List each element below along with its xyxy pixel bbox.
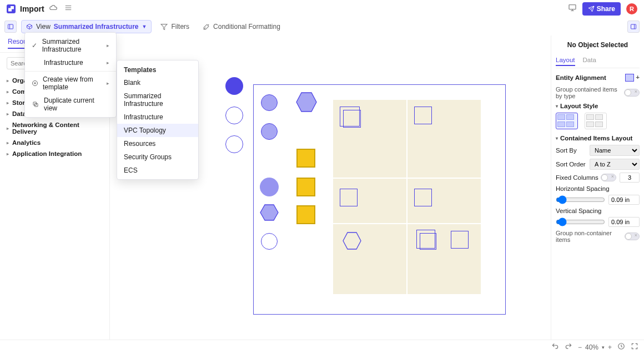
shape-hexagon[interactable] — [342, 231, 362, 251]
templates-submenu: TemplatesBlankSummarized InfrastructureI… — [117, 60, 199, 180]
tree-item[interactable]: ▸Application Integration — [0, 148, 109, 159]
view-menu: ✓Summarized Infrastructure▸Infrastructur… — [24, 32, 117, 118]
zoom-out-icon[interactable]: − — [578, 343, 582, 351]
conditional-formatting-button[interactable]: Conditional Formatting — [198, 21, 285, 33]
shape-square[interactable] — [296, 205, 315, 224]
shape-square[interactable] — [296, 178, 315, 196]
tree-item-label: Networking & Content Delivery — [12, 122, 103, 135]
sort-by-select[interactable]: Name — [590, 145, 640, 156]
view-menu-item[interactable]: Infrastructure▸ — [25, 56, 116, 69]
shape-hexagon[interactable] — [260, 203, 279, 222]
add-icon[interactable]: + — [636, 74, 640, 82]
accessibility-icon[interactable] — [617, 342, 625, 352]
share-button[interactable]: Share — [582, 2, 621, 16]
hspacing-input[interactable] — [608, 195, 640, 205]
zoom-in-icon[interactable]: + — [608, 343, 612, 351]
undo-icon[interactable] — [551, 342, 559, 352]
shape-square[interactable] — [414, 189, 432, 206]
chevron-right-icon: ▸ — [7, 151, 9, 156]
sort-order-select[interactable]: A to Z — [590, 159, 640, 170]
header-left: Import — [7, 3, 568, 14]
group-nc-toggle[interactable]: × — [625, 232, 640, 240]
template-item[interactable]: Blank — [117, 76, 198, 89]
fullscreen-icon[interactable] — [631, 342, 638, 352]
template-item[interactable]: Infrastructure — [117, 110, 198, 124]
layout-style-header[interactable]: ▾Layout Style — [556, 103, 640, 109]
shape-circle[interactable] — [261, 233, 278, 250]
shape-square[interactable] — [340, 189, 358, 206]
shape-circle[interactable] — [260, 178, 279, 196]
svg-point-6 — [208, 24, 209, 25]
menu-item-label: Blank — [124, 79, 140, 87]
template-item[interactable]: Resources — [117, 137, 198, 150]
user-avatar[interactable]: R — [626, 3, 637, 14]
zoom-value[interactable]: 40% — [585, 343, 598, 351]
cloud-sync-icon[interactable] — [49, 3, 58, 14]
chevron-right-icon: ▸ — [7, 89, 9, 94]
tree-item[interactable]: ▸Networking & Content Delivery — [0, 119, 109, 137]
fixed-columns-input[interactable] — [620, 173, 640, 183]
chevron-right-icon: ▸ — [7, 112, 9, 117]
hspacing-slider[interactable] — [556, 195, 605, 204]
template-item[interactable]: ECS — [117, 164, 198, 177]
right-panel-toggle-icon[interactable] — [627, 21, 640, 33]
properties-tabs: Layout Data — [556, 57, 640, 68]
shape-circle[interactable] — [225, 107, 243, 124]
tab-data[interactable]: Data — [583, 57, 596, 66]
conditional-formatting-label: Conditional Formatting — [213, 23, 280, 31]
zoom-controls: − 40% ▾ + — [578, 343, 612, 351]
shape-circle[interactable] — [225, 135, 243, 153]
shape-square[interactable] — [296, 149, 315, 168]
layout-style-options — [556, 113, 640, 129]
presentation-icon[interactable] — [568, 3, 577, 14]
template-item[interactable]: VPC Topology — [117, 124, 198, 137]
header-right: Share R — [568, 2, 637, 16]
contained-layout-header[interactable]: ▾Contained Items Layout — [556, 135, 640, 141]
vspacing-input[interactable] — [608, 217, 640, 227]
filters-button[interactable]: Filters — [156, 21, 194, 33]
align-layout-icon[interactable] — [625, 74, 634, 82]
view-menu-item[interactable]: Create view from template▸ — [25, 71, 116, 94]
menu-item-label: Infrastructure — [124, 113, 163, 121]
group-by-type-label: Group contained items by type — [556, 86, 624, 99]
vspacing-label: Vertical Spacing — [556, 208, 601, 214]
left-panel-toggle-icon[interactable] — [4, 21, 17, 33]
layout-style-list[interactable] — [585, 113, 607, 129]
template-item[interactable]: Summarized Infrastructure — [117, 89, 198, 110]
fixed-columns-toggle[interactable]: × — [601, 174, 616, 181]
redo-icon[interactable] — [565, 342, 572, 352]
shape-circle[interactable] — [261, 123, 278, 140]
view-menu-item[interactable]: ✓Summarized Infrastructure▸ — [25, 35, 116, 56]
template-item[interactable]: Security Groups — [117, 150, 198, 164]
sort-order-field: Sort Order A to Z — [556, 159, 640, 170]
view-selector-button[interactable]: View Summarized Infrastructure ▼ — [21, 20, 152, 33]
shape-hexagon[interactable] — [295, 91, 318, 113]
shape-square[interactable] — [451, 231, 469, 249]
layout-style-grid[interactable] — [556, 113, 578, 129]
menu-item-label: Resources — [124, 140, 155, 148]
shape-square[interactable] — [420, 233, 436, 250]
shape-circle[interactable] — [225, 77, 243, 95]
chevron-down-icon[interactable]: ▾ — [602, 345, 605, 350]
chevron-right-icon: ▸ — [7, 78, 9, 83]
tab-layout[interactable]: Layout — [556, 57, 575, 66]
menu-item-label: VPC Topology — [124, 127, 166, 134]
group-by-type-toggle[interactable]: × — [624, 89, 640, 97]
chevron-right-icon: ▸ — [7, 100, 9, 105]
hspacing-field: Horizontal Spacing — [556, 185, 640, 205]
group-by-type-row: Group contained items by type × — [556, 86, 640, 99]
svg-rect-3 — [569, 5, 576, 9]
tree-item[interactable]: ▸Analytics — [0, 137, 109, 148]
menu-item-label: Summarized Infrastructure — [124, 92, 192, 108]
shape-circle[interactable] — [261, 94, 278, 111]
tree-item-label: Application Integration — [12, 150, 82, 157]
hamburger-menu-icon[interactable] — [64, 4, 72, 13]
vspacing-slider[interactable] — [556, 218, 605, 226]
app-logo-icon — [7, 4, 16, 13]
group-nc-label: Group non-container items — [556, 230, 625, 243]
view-menu-item[interactable]: Duplicate current view — [25, 94, 116, 115]
sort-order-label: Sort Order — [556, 161, 586, 168]
plus-circle-icon — [32, 80, 38, 87]
shape-square[interactable] — [414, 107, 432, 124]
shape-square[interactable] — [343, 110, 361, 128]
